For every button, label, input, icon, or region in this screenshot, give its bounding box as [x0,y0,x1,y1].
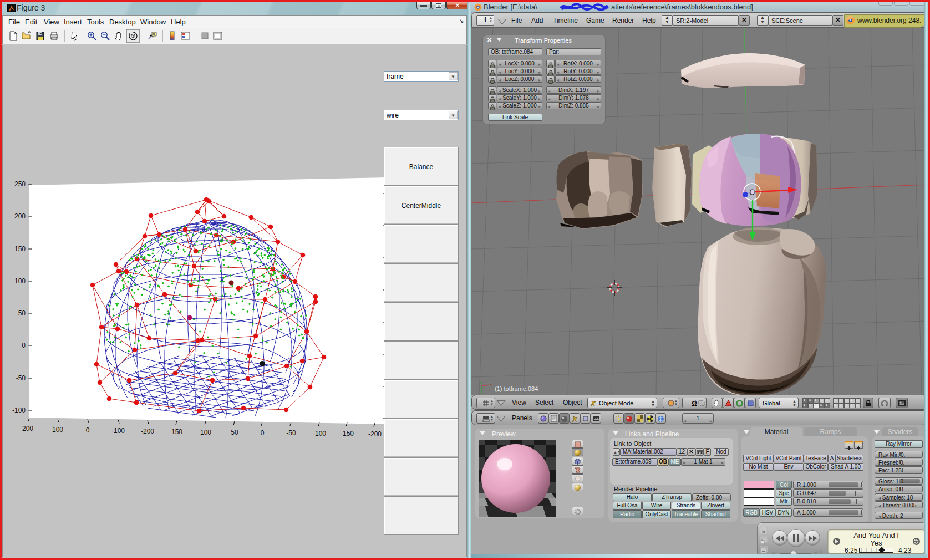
svg-text:-150: -150 [341,430,354,437]
svg-text:150: 150 [14,245,26,253]
svg-text:50: 50 [231,429,238,436]
svg-text:200: 200 [14,212,26,220]
svg-text:-100: -100 [111,427,125,435]
svg-text:100: 100 [14,277,26,285]
svg-text:100: 100 [200,429,211,436]
svg-text:-100: -100 [12,406,26,414]
svg-text:x: x [490,383,492,388]
svg-text:150: 150 [171,428,182,436]
svg-text:0: 0 [261,429,265,437]
svg-text:(1) totframe.084: (1) totframe.084 [495,385,538,392]
svg-text:200: 200 [22,425,33,432]
svg-text:0: 0 [22,342,26,349]
svg-text:250: 250 [14,180,26,188]
svg-text:-200: -200 [141,427,154,435]
svg-text:z: z [480,380,482,385]
svg-text:-100: -100 [313,430,326,437]
svg-text:-50: -50 [16,374,26,382]
svg-text:100: 100 [52,426,63,434]
svg-text:-50: -50 [286,429,296,437]
svg-text:-200: -200 [368,430,382,438]
svg-text:0: 0 [86,426,90,434]
svg-text:50: 50 [18,309,26,317]
